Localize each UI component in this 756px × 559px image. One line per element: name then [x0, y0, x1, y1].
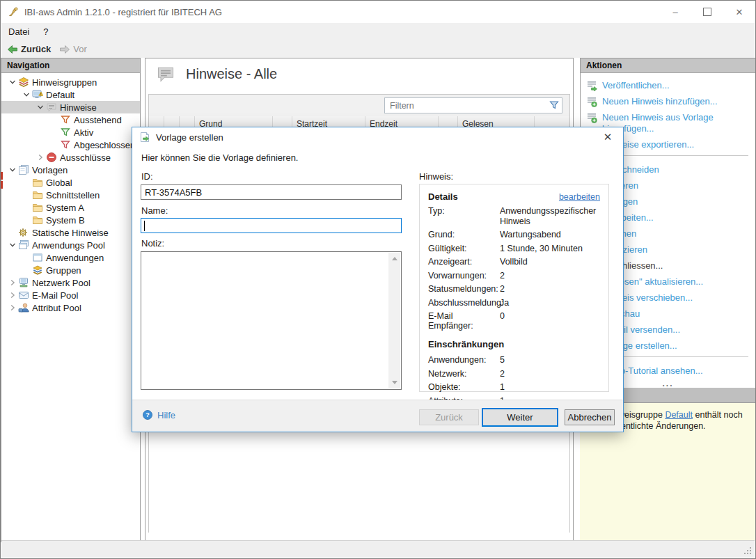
- tree-item-label: Aktiv: [74, 127, 93, 138]
- notification-default-link[interactable]: Default: [665, 410, 693, 420]
- minimize-button[interactable]: –: [659, 1, 691, 23]
- chevron-down-icon[interactable]: [7, 240, 18, 250]
- gear-icon: [18, 227, 29, 238]
- dialog-footer: ? Hilfe Zurück Weiter Abbrechen: [132, 400, 623, 432]
- funnel-red-icon: [60, 139, 71, 150]
- tree-item-default[interactable]: Default: [1, 88, 140, 101]
- dialog-description: Hier können Sie die Vorlage definieren.: [141, 152, 298, 163]
- folder-icon: [32, 177, 43, 188]
- templates-icon: [18, 164, 29, 175]
- tree-item-aktiv[interactable]: Aktiv: [1, 126, 140, 139]
- bearbeiten-link[interactable]: bearbeiten: [559, 192, 600, 202]
- name-field[interactable]: [141, 218, 402, 233]
- tree-item-schnittstellen[interactable]: Schnittstellen: [1, 189, 140, 201]
- folder-icon: [32, 202, 43, 213]
- tree-item-gruppen[interactable]: Gruppen: [1, 264, 140, 276]
- forward-button[interactable]: Vor: [56, 44, 90, 55]
- chevron-right-icon[interactable]: [35, 152, 46, 162]
- detail-label: Vorwarnungen:: [428, 271, 500, 281]
- group-layers-icon: [32, 265, 43, 276]
- tree-item-anwendungen[interactable]: Anwendungen: [1, 251, 140, 264]
- tree-item-attribut-pool[interactable]: Attribut Pool: [1, 301, 140, 314]
- details-row-anzeigeart: Anzeigeart:Vollbild: [428, 257, 600, 267]
- dialog-title: Vorlage erstellen: [156, 132, 223, 143]
- scroll-up-icon[interactable]: [388, 253, 400, 265]
- tree-item-system-b[interactable]: System B: [1, 214, 140, 226]
- chevron-right-icon[interactable]: [7, 290, 18, 300]
- tree-item-vorlagen[interactable]: Vorlagen: [1, 164, 140, 176]
- action-ver-ffentlichen[interactable]: Veröffentlichen...: [586, 80, 750, 91]
- menu-help[interactable]: ?: [36, 26, 55, 37]
- menubar: Datei ?: [1, 23, 755, 40]
- tree-item-label: Vorlagen: [32, 165, 68, 175]
- zurueck-button[interactable]: Zurück: [419, 409, 479, 425]
- help-icon: ?: [142, 409, 153, 420]
- detail-label: Anzeigeart:: [428, 257, 500, 267]
- id-label: ID:: [141, 171, 153, 182]
- chevron-down-icon[interactable]: [7, 165, 18, 175]
- details-rows: Typ:Anwendungsspezifischer HinweisGrund:…: [428, 206, 600, 331]
- funnel-green-icon: [60, 127, 71, 138]
- scroll-down-icon[interactable]: [388, 377, 400, 388]
- resize-grip-icon[interactable]: [743, 546, 753, 556]
- tree-item-label: Statische Hinweise: [32, 228, 109, 238]
- chevron-down-icon[interactable]: [21, 90, 32, 100]
- action-neuen-hinweis-hinzuf-gen[interactable]: Neuen Hinweis hinzufügen...: [586, 96, 750, 107]
- tree-item-netzwerk-pool[interactable]: Netzwerk Pool: [1, 276, 140, 289]
- detail-label: Anwendungen:: [428, 355, 500, 365]
- id-field[interactable]: [141, 184, 402, 200]
- tree-item-e-mail-pool[interactable]: E-Mail Pool: [1, 289, 140, 301]
- folder-icon: [32, 189, 43, 200]
- forward-label: Vor: [73, 44, 87, 54]
- mail-icon: [18, 290, 29, 301]
- tree-item-statische-hinweise[interactable]: Statische Hinweise: [1, 226, 140, 239]
- dialog-titlebar: Vorlage erstellen: [132, 127, 623, 147]
- detail-value: 0: [500, 311, 600, 331]
- tree-item-ausstehend[interactable]: Ausstehend: [1, 113, 140, 126]
- chevron-right-icon[interactable]: [7, 303, 18, 313]
- tree-item-anwendungs-pool[interactable]: Anwendungs Pool: [1, 239, 140, 251]
- details-row-abschlussmeldung: Abschlussmeldung:Ja: [428, 298, 600, 308]
- menu-datei[interactable]: Datei: [1, 26, 36, 37]
- filter-input[interactable]: [385, 98, 549, 113]
- back-button[interactable]: Zurück: [4, 44, 54, 55]
- notiz-field[interactable]: [141, 251, 402, 390]
- detail-value: Wartungsabend: [500, 230, 600, 240]
- chevron-down-icon[interactable]: [7, 77, 18, 87]
- close-button[interactable]: ✕: [723, 1, 755, 23]
- tree-item-global[interactable]: Global: [1, 176, 140, 189]
- help-button[interactable]: ? Hilfe: [142, 409, 175, 420]
- back-label: Zurück: [21, 44, 51, 54]
- detail-label: Statusmeldungen:: [428, 284, 500, 294]
- navigation-header: Navigation: [1, 58, 140, 73]
- maximize-button[interactable]: [691, 1, 723, 23]
- tree-item-ausschl-sse[interactable]: Ausschlüsse: [1, 151, 140, 164]
- restrictions-row-objekte: Objekte:1: [428, 382, 600, 393]
- weiter-button[interactable]: Weiter: [482, 408, 558, 427]
- tree-item-hinweisgruppen[interactable]: Hinweisgruppen: [1, 76, 140, 88]
- details-row-e-mail-empf-nger: E-Mail Empfänger:0: [428, 311, 600, 331]
- chevron-right-icon[interactable]: [7, 278, 18, 288]
- folder-icon: [32, 214, 43, 226]
- detail-value: Vollbild: [500, 257, 600, 267]
- chevron-down-icon[interactable]: [35, 102, 46, 112]
- detail-value: 1 Stunde, 30 Minuten: [500, 244, 600, 254]
- dialog-close-icon[interactable]: ✕: [601, 131, 615, 143]
- restrictions-row-anwendungen: Anwendungen:5: [428, 355, 600, 365]
- tree-item-label: Ausstehend: [74, 115, 122, 125]
- tree-item-label: Hinweise: [60, 102, 97, 113]
- main-title: Hinweise - Alle: [155, 64, 277, 84]
- expander-spacer: [21, 253, 32, 262]
- tree-item-hinweise[interactable]: Hinweise: [1, 101, 140, 113]
- tree-item-system-a[interactable]: System A: [1, 201, 140, 214]
- detail-value: 1: [500, 382, 600, 393]
- page-title: Hinweise - Alle: [186, 66, 277, 82]
- tree-item-label: Netzwerk Pool: [32, 278, 90, 288]
- expander-spacer: [21, 178, 32, 187]
- scrollbar[interactable]: [388, 253, 400, 388]
- funnel-icon[interactable]: [549, 100, 560, 111]
- tree-item-abgeschlossen[interactable]: Abgeschlossen: [1, 139, 140, 151]
- statusbar: [1, 540, 755, 558]
- abbrechen-button[interactable]: Abbrechen: [565, 409, 615, 425]
- restrictions-rows: Anwendungen:5Netzwerk:2Objekte:1Attribut…: [428, 355, 600, 406]
